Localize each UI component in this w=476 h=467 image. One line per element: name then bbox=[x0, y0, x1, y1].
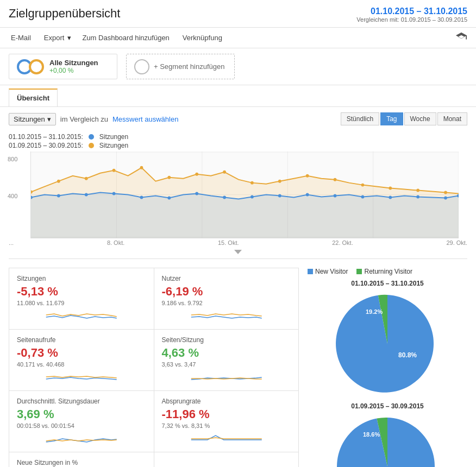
circle-orange bbox=[29, 59, 44, 74]
svg-text:80.8%: 80.8% bbox=[398, 351, 417, 359]
svg-point-19 bbox=[334, 178, 337, 181]
svg-point-18 bbox=[306, 174, 309, 178]
segments-bar: Alle Sitzungen +0,00 % + Segment hinzufü… bbox=[0, 48, 476, 85]
legend-dot-blue-1 bbox=[89, 134, 94, 140]
legend-dot-orange-2 bbox=[89, 143, 94, 148]
page-title: Zielgruppenübersicht bbox=[9, 7, 120, 21]
chart-legend: 01.10.2015 – 31.10.2015: Sitzungen 01.09… bbox=[0, 131, 476, 152]
legend-row-2: 01.09.2015 – 30.09.2015: Sitzungen bbox=[9, 142, 467, 149]
metric-name-1: Nutzer bbox=[162, 275, 291, 282]
metric-seiten-sitzung: Seiten/Sitzung 4,63 % 3,63 vs. 3,47 bbox=[154, 330, 299, 391]
metric-compare-2: 40.171 vs. 40.468 bbox=[17, 361, 146, 368]
export-dropdown[interactable]: Export ▾ bbox=[42, 33, 72, 43]
svg-point-16 bbox=[250, 181, 254, 185]
svg-point-14 bbox=[195, 173, 198, 176]
metric-sitzungsdauer: Durchschnittl. Sitzungsdauer 3,69 % 00:0… bbox=[9, 391, 154, 452]
time-buttons: Stündlich Tag Woche Monat bbox=[341, 112, 467, 125]
metric-name-5: Absprungrate bbox=[162, 397, 291, 405]
new-visitor-square-icon bbox=[308, 269, 313, 274]
svg-point-28 bbox=[140, 195, 143, 199]
svg-marker-41 bbox=[234, 250, 242, 254]
pie-chart-2: 81.4% 18.6% bbox=[333, 412, 442, 467]
new-visitor-label: New Visitor bbox=[315, 268, 348, 275]
metric-value-5: -11,96 % bbox=[162, 407, 291, 421]
metric-sparkline-5 bbox=[162, 432, 291, 447]
legend-row-1: 01.10.2015 – 31.10.2015: Sitzungen bbox=[9, 133, 467, 141]
x-label-2: 15. Okt. bbox=[218, 239, 239, 246]
svg-point-15 bbox=[223, 171, 226, 174]
export-button[interactable]: Export bbox=[42, 33, 67, 43]
tabs-bar: Übersicht bbox=[0, 85, 476, 107]
metric-dropdown[interactable]: Sitzungen ▾ bbox=[9, 113, 56, 125]
x-label-0: ... bbox=[9, 239, 14, 246]
metric-name-2: Seitenaufrufe bbox=[17, 336, 146, 344]
legend-period2-label: 01.09.2015 – 30.09.2015: bbox=[9, 142, 83, 149]
svg-text:19.2%: 19.2% bbox=[366, 308, 383, 315]
svg-point-26 bbox=[85, 193, 88, 197]
time-btn-tag[interactable]: Tag bbox=[380, 112, 403, 125]
legend-period1-series: Sitzungen bbox=[99, 133, 128, 141]
svg-point-34 bbox=[306, 193, 309, 197]
all-sessions-segment[interactable]: Alle Sitzungen +0,00 % bbox=[9, 54, 117, 79]
svg-point-37 bbox=[389, 195, 392, 199]
svg-point-25 bbox=[57, 194, 60, 198]
email-button[interactable]: E-Mail bbox=[9, 33, 33, 43]
metric-compare-1: 9.186 vs. 9.792 bbox=[162, 300, 291, 306]
compare-text: im Vergleich zu bbox=[60, 115, 108, 123]
svg-point-17 bbox=[278, 180, 281, 183]
tab-overview[interactable]: Übersicht bbox=[9, 89, 58, 106]
pie-section: New Visitor Returning Visitor 01.10.2015… bbox=[299, 268, 467, 467]
svg-point-38 bbox=[416, 195, 419, 198]
add-circle-icon bbox=[134, 59, 149, 74]
metric-value-0: -5,13 % bbox=[17, 285, 146, 299]
metric-value-1: -6,19 % bbox=[162, 285, 291, 299]
metric-nutzer: Nutzer -6,19 % 9.186 vs. 9.792 bbox=[154, 268, 299, 330]
svg-point-29 bbox=[167, 196, 171, 199]
metric-sparkline-0 bbox=[17, 310, 146, 325]
svg-point-27 bbox=[112, 192, 116, 195]
toolbar: E-Mail Export ▾ Zum Dashboard hinzufügen… bbox=[0, 28, 476, 48]
svg-point-20 bbox=[361, 184, 365, 187]
time-btn-monat[interactable]: Monat bbox=[437, 112, 467, 125]
dashboard-button[interactable]: Zum Dashboard hinzufügen bbox=[80, 33, 171, 43]
time-btn-woche[interactable]: Woche bbox=[404, 112, 436, 125]
segment-name: Alle Sitzungen bbox=[49, 59, 98, 67]
metric-sparkline-3 bbox=[162, 371, 291, 386]
hat-icon bbox=[455, 31, 467, 45]
chart-controls: Sitzungen ▾ im Vergleich zu Messwert aus… bbox=[0, 107, 476, 131]
pie-legend-new: New Visitor bbox=[308, 268, 348, 275]
metric-name-0: Sitzungen bbox=[17, 275, 146, 282]
header-date: 01.10.2015 – 31.10.2015 Vergleichen mit:… bbox=[356, 7, 467, 23]
link-button[interactable]: Verknüpfung bbox=[180, 33, 224, 43]
svg-point-33 bbox=[278, 194, 281, 198]
pie-legend: New Visitor Returning Visitor bbox=[308, 268, 467, 275]
x-label-3: 22. Okt. bbox=[332, 239, 353, 246]
legend-period1-label: 01.10.2015 – 31.10.2015: bbox=[9, 133, 83, 141]
svg-point-23 bbox=[444, 191, 447, 194]
metric-compare-0: 11.080 vs. 11.679 bbox=[17, 300, 146, 306]
metric-sparkline-1 bbox=[162, 310, 291, 325]
svg-point-21 bbox=[389, 187, 392, 190]
measure-link[interactable]: Messwert auswählen bbox=[112, 115, 178, 123]
metric-sparkline-4 bbox=[17, 432, 146, 447]
date-range: 01.10.2015 – 31.10.2015 bbox=[356, 7, 467, 16]
segment-circles bbox=[17, 59, 44, 74]
metric-name-3: Seiten/Sitzung bbox=[162, 336, 291, 344]
add-segment-button[interactable]: + Segment hinzufügen bbox=[126, 54, 235, 79]
time-btn-stuendlich[interactable]: Stündlich bbox=[341, 112, 379, 125]
metric-compare-4: 00:01:58 vs. 00:01:54 bbox=[17, 422, 146, 429]
metric-empty bbox=[154, 452, 299, 467]
returning-visitor-square-icon bbox=[356, 269, 362, 274]
metric-sitzungen: Sitzungen -5,13 % 11.080 vs. 11.679 bbox=[9, 268, 154, 330]
pie-date-1: 01.10.2015 – 31.10.2015 bbox=[308, 280, 467, 287]
svg-point-9 bbox=[57, 180, 60, 183]
y-label-400: 400 bbox=[8, 193, 17, 199]
chart-x-labels: ... 8. Okt. 15. Okt. 22. Okt. 29. Okt. bbox=[0, 238, 476, 246]
svg-point-13 bbox=[167, 176, 171, 179]
svg-point-10 bbox=[85, 177, 88, 180]
svg-point-39 bbox=[444, 196, 447, 199]
x-label-4: 29. Okt. bbox=[446, 239, 467, 246]
metric-compare-3: 3,63 vs. 3,47 bbox=[162, 361, 291, 368]
svg-text:18.6%: 18.6% bbox=[363, 431, 380, 438]
segment-info: Alle Sitzungen +0,00 % bbox=[49, 59, 98, 74]
